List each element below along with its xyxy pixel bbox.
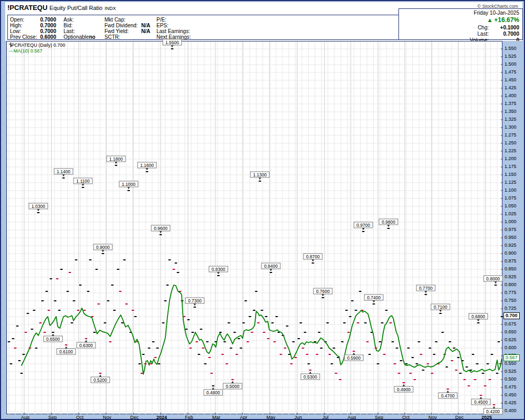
y-axis-label: 1.100 <box>505 187 517 193</box>
down-day-mark <box>247 341 249 342</box>
svg-text:1.1300: 1.1300 <box>253 172 267 177</box>
up-day-mark <box>433 354 436 355</box>
y-axis-label: 1.375 <box>505 101 517 106</box>
up-day-mark <box>35 348 38 349</box>
down-day-mark <box>348 332 350 333</box>
up-day-mark <box>224 341 226 342</box>
up-day-mark <box>487 363 489 364</box>
up-day-mark <box>230 348 233 349</box>
up-day-mark <box>50 278 52 279</box>
up-day-mark <box>418 341 421 342</box>
up-day-mark <box>198 354 201 355</box>
up-day-mark <box>477 322 480 323</box>
up-day-mark <box>387 228 390 229</box>
up-day-mark <box>412 357 414 358</box>
up-day-mark <box>243 322 245 323</box>
y-axis: 1.5501.5251.5001.4751.4501.4251.4001.375… <box>503 41 525 414</box>
up-day-mark <box>300 322 302 323</box>
x-axis-label: Oct <box>76 415 83 420</box>
up-day-mark <box>377 363 380 364</box>
fwd-yield-value: N/A <box>141 28 150 34</box>
annotation-callout: 0.6100 <box>57 346 76 355</box>
x-axis-label: Feb <box>185 415 193 420</box>
down-day-mark <box>232 379 234 380</box>
up-day-mark <box>177 272 180 273</box>
y-axis-label: 1.150 <box>505 172 517 177</box>
down-day-mark <box>119 291 122 292</box>
y-axis-label: 1.325 <box>505 117 517 122</box>
up-day-mark <box>212 385 215 386</box>
up-day-mark <box>270 272 272 273</box>
down-day-mark <box>394 363 396 364</box>
annotation-callout: 0.4900 <box>394 384 413 393</box>
up-day-mark <box>341 341 344 342</box>
price-chart-plot[interactable]: 1.55001.18001.16001.14001.13001.11001.10… <box>6 41 502 414</box>
annotation-callout: 1.5500 <box>163 39 182 48</box>
up-day-mark <box>37 212 40 213</box>
down-day-mark <box>290 363 293 364</box>
up-day-mark <box>349 316 352 317</box>
up-day-mark <box>164 300 167 301</box>
quote-box: Open:0.7000 Ask: Mkt Cap: P/E: High:0.70… <box>7 15 400 40</box>
svg-text:0.7700: 0.7700 <box>419 286 433 291</box>
up-day-mark <box>160 234 162 235</box>
svg-text:0.5000: 0.5000 <box>226 384 239 389</box>
up-day-mark <box>355 310 358 311</box>
y-axis-label: 1.500 <box>505 61 517 67</box>
annotation-callout: 0.4500 <box>471 397 490 405</box>
y-axis-label: 1.075 <box>505 195 517 201</box>
up-day-mark <box>482 373 485 374</box>
x-axis-label: 2025 <box>481 415 492 420</box>
up-day-mark <box>152 341 155 342</box>
up-day-mark <box>429 348 432 349</box>
svg-text:0.9700: 0.9700 <box>356 223 370 228</box>
y-axis-label: 0.775 <box>505 290 517 295</box>
annotation-callout: 0.9700 <box>354 222 373 230</box>
up-day-mark <box>219 332 222 333</box>
up-day-mark <box>107 300 110 301</box>
x-axis-label: Dec <box>455 415 464 420</box>
eps-label: EPS: <box>156 23 169 28</box>
y-axis-label: 0.400 <box>505 408 517 413</box>
down-day-mark <box>464 379 466 380</box>
up-day-mark <box>31 329 34 330</box>
down-day-mark <box>366 341 369 342</box>
svg-text:0.6800: 0.6800 <box>471 314 485 319</box>
down-day-mark <box>390 322 392 323</box>
up-day-mark <box>185 329 188 330</box>
up-day-mark <box>148 348 151 349</box>
x-axis-label: Dec <box>130 415 139 420</box>
svg-text:0.7600: 0.7600 <box>316 289 330 294</box>
down-day-mark <box>69 272 71 273</box>
x-axis-label: Jun <box>295 415 302 420</box>
annotation-callout: 1.1800 <box>107 156 125 164</box>
down-day-mark <box>403 382 405 383</box>
high-label: High: <box>10 23 34 28</box>
y-axis-label: 0.925 <box>505 243 517 248</box>
down-day-mark <box>295 357 297 358</box>
svg-text:0.7300: 0.7300 <box>188 298 202 303</box>
up-day-mark <box>457 357 460 358</box>
up-day-mark <box>96 269 98 270</box>
x-axis-label: Sep <box>375 415 383 420</box>
up-day-mark <box>453 348 456 349</box>
up-day-mark <box>245 300 247 301</box>
last-earnings-label: Last Earnings: <box>156 28 190 34</box>
symbol-name: Equity Put/Call Ratio <box>49 5 102 11</box>
up-day-mark <box>171 48 174 49</box>
y-axis-label: 0.650 <box>505 329 517 334</box>
quote-date: Friday 10-Jan-2025 <box>474 10 519 16</box>
down-day-mark <box>357 322 360 323</box>
down-day-mark <box>284 348 287 349</box>
svg-text:1.1600: 1.1600 <box>140 163 154 168</box>
annotation-callout: 0.5300 <box>301 372 320 380</box>
up-day-mark <box>276 316 278 317</box>
up-day-mark <box>405 363 408 364</box>
svg-text:0.4200: 0.4200 <box>486 409 500 414</box>
next-earnings-label: Next Earnings: <box>156 34 191 40</box>
svg-text:0.7100: 0.7100 <box>434 304 447 310</box>
up-day-mark <box>449 341 452 342</box>
annotation-callout: 0.4800 <box>204 387 223 396</box>
down-day-mark <box>56 278 59 279</box>
annotation-callout: 0.6300 <box>77 340 96 349</box>
